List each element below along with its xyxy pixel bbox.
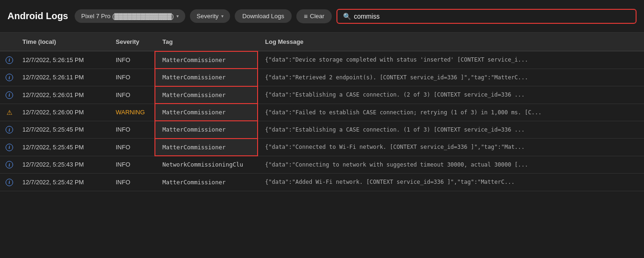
tag-cell: MatterCommissioner (155, 51, 258, 69)
log-table: Time (local) Severity Tag Log Message i1… (0, 33, 644, 191)
info-icon-cell: i (0, 139, 15, 156)
download-logs-button[interactable]: Download Logs (235, 9, 292, 23)
log-table-container: Time (local) Severity Tag Log Message i1… (0, 33, 644, 258)
severity-cell: INFO (108, 174, 155, 191)
log-message-cell: {"data":"Connected to Wi-Fi network. [CO… (258, 139, 644, 156)
device-label: Pixel 7 Pro (▓▓▓▓▓▓▓▓▓▓▓▓▓) (81, 13, 174, 20)
table-row: i12/7/2022, 5:25:42 PMINFOMatterCommissi… (0, 174, 644, 191)
info-icon-cell: i (0, 156, 15, 174)
col-header-time: Time (local) (15, 33, 108, 51)
col-header-log: Log Message (258, 33, 644, 51)
app-title: Android Logs (7, 11, 68, 21)
download-label: Download Logs (242, 13, 284, 20)
search-input[interactable] (354, 13, 630, 20)
log-message-cell: {"data":"Establishing a CASE connection.… (258, 121, 644, 139)
log-message-cell: {"data":"Device storage completed with s… (258, 51, 644, 69)
table-row: ⚠12/7/2022, 5:26:00 PMWARNINGMatterCommi… (0, 104, 644, 121)
info-icon-cell: i (0, 174, 15, 191)
device-selector[interactable]: Pixel 7 Pro (▓▓▓▓▓▓▓▓▓▓▓▓▓) ▾ (75, 9, 185, 23)
time-cell: 12/7/2022, 5:25:43 PM (15, 156, 108, 174)
table-row: i12/7/2022, 5:26:11 PMINFOMatterCommissi… (0, 69, 644, 86)
device-chevron-icon: ▾ (176, 14, 179, 19)
table-header-row: Time (local) Severity Tag Log Message (0, 33, 644, 51)
time-cell: 12/7/2022, 5:25:45 PM (15, 121, 108, 139)
table-row: i12/7/2022, 5:25:45 PMINFOMatterCommissi… (0, 121, 644, 139)
severity-dropdown[interactable]: Severity ▾ (190, 9, 230, 23)
severity-chevron-icon: ▾ (221, 14, 224, 19)
info-icon: i (6, 144, 13, 151)
time-cell: 12/7/2022, 5:26:15 PM (15, 51, 108, 69)
info-icon-cell: i (0, 69, 15, 86)
warning-icon: ⚠ (7, 109, 13, 116)
severity-cell: INFO (108, 86, 155, 104)
info-icon-cell: i (0, 86, 15, 104)
info-icon: i (6, 161, 13, 168)
severity-cell: INFO (108, 51, 155, 69)
warning-icon-cell: ⚠ (0, 104, 15, 121)
severity-cell: INFO (108, 121, 155, 139)
info-icon: i (6, 56, 13, 64)
info-icon: i (6, 126, 13, 133)
tag-cell: MatterCommissioner (155, 104, 258, 121)
time-cell: 12/7/2022, 5:26:01 PM (15, 86, 108, 104)
time-cell: 12/7/2022, 5:26:11 PM (15, 69, 108, 86)
severity-cell: INFO (108, 69, 155, 86)
info-icon-cell: i (0, 121, 15, 139)
time-cell: 12/7/2022, 5:25:42 PM (15, 174, 108, 191)
tag-cell: MatterCommissioner (155, 69, 258, 86)
search-icon: 🔍 (343, 13, 351, 20)
log-message-cell: {"data":"Added Wi-Fi network. [CONTEXT s… (258, 174, 644, 191)
log-message-cell: {"data":"Connecting to network with sugg… (258, 156, 644, 174)
time-cell: 12/7/2022, 5:25:45 PM (15, 139, 108, 156)
info-icon: i (6, 179, 13, 186)
info-icon: i (6, 91, 13, 99)
tag-cell: NetworkCommissioningClu (155, 156, 258, 174)
clear-lines-icon: ≡ (304, 13, 307, 20)
severity-cell: INFO (108, 139, 155, 156)
info-icon-cell: i (0, 51, 15, 69)
table-row: i12/7/2022, 5:25:43 PMINFONetworkCommiss… (0, 156, 644, 174)
tag-cell: MatterCommissioner (155, 174, 258, 191)
info-icon: i (6, 74, 13, 81)
tag-cell: MatterCommissioner (155, 139, 258, 156)
clear-label: Clear (310, 13, 324, 20)
log-message-cell: {"data":"Failed to establish CASE connec… (258, 104, 644, 121)
log-message-cell: {"data":"Retrieved 2 endpoint(s). [CONTE… (258, 69, 644, 86)
table-row: i12/7/2022, 5:26:15 PMINFOMatterCommissi… (0, 51, 644, 69)
table-row: i12/7/2022, 5:25:45 PMINFOMatterCommissi… (0, 139, 644, 156)
search-container: 🔍 (336, 9, 637, 24)
col-header-severity: Severity (108, 33, 155, 51)
tag-cell: MatterCommissioner (155, 86, 258, 104)
severity-cell: INFO (108, 156, 155, 174)
tag-cell: MatterCommissioner (155, 121, 258, 139)
log-message-cell: {"data":"Establishing a CASE connection.… (258, 86, 644, 104)
clear-button[interactable]: ≡ Clear (296, 9, 332, 23)
table-row: i12/7/2022, 5:26:01 PMINFOMatterCommissi… (0, 86, 644, 104)
time-cell: 12/7/2022, 5:26:00 PM (15, 104, 108, 121)
col-header-icon (0, 33, 15, 51)
severity-cell: WARNING (108, 104, 155, 121)
app-header: Android Logs Pixel 7 Pro (▓▓▓▓▓▓▓▓▓▓▓▓▓)… (0, 0, 644, 33)
severity-label: Severity (196, 13, 218, 20)
col-header-tag: Tag (155, 33, 258, 51)
